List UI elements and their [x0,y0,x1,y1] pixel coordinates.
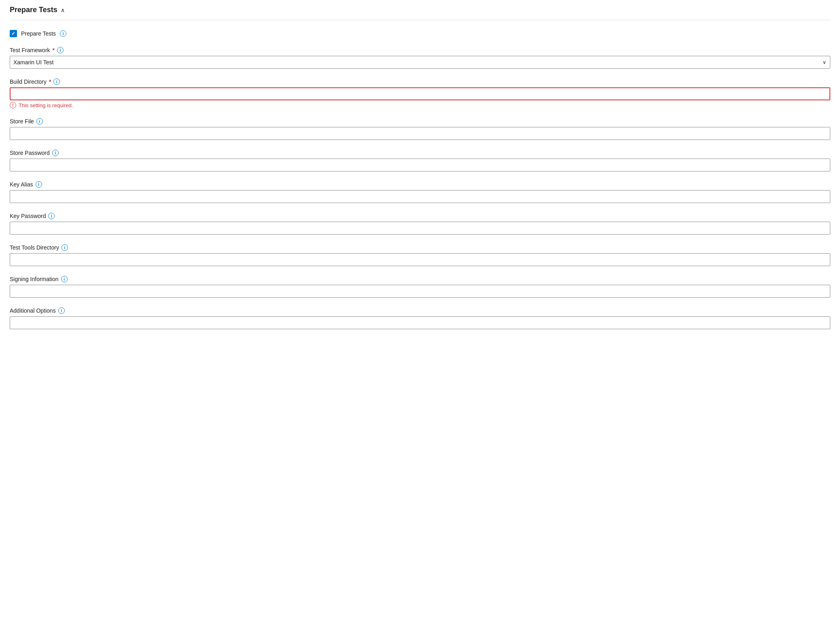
signing-information-input[interactable] [10,285,830,298]
additional-options-label-text: Additional Options [10,307,56,314]
store-file-info-icon[interactable]: i [36,118,43,125]
signing-information-label: Signing Information i [10,276,830,282]
test-framework-select-wrapper: Xamarin UI Test Appium Espresso XCUITest… [10,56,830,69]
page-container: Prepare Tests ∧ Prepare Tests i Test Fra… [0,0,840,618]
prepare-tests-checkbox[interactable] [10,30,17,37]
checkbox-info-icon[interactable]: i [60,30,66,37]
store-password-input[interactable] [10,159,830,171]
build-directory-field-group: Build Directory * i ! This setting is re… [10,78,830,108]
test-framework-field-group: Test Framework * i Xamarin UI Test Appiu… [10,47,830,69]
key-password-label: Key Password i [10,213,830,219]
test-tools-directory-input[interactable] [10,253,830,266]
additional-options-label: Additional Options i [10,307,830,314]
key-alias-label: Key Alias i [10,181,830,188]
key-password-input[interactable] [10,222,830,235]
test-framework-info-icon[interactable]: i [57,47,64,53]
additional-options-field-group: Additional Options i [10,307,830,329]
test-framework-label-text: Test Framework [10,47,50,53]
build-directory-label-text: Build Directory [10,78,47,85]
store-password-field-group: Store Password i [10,150,830,171]
signing-information-field-group: Signing Information i [10,276,830,298]
prepare-tests-checkbox-row: Prepare Tests i [10,30,830,37]
build-directory-error-text: This setting is required. [19,102,73,108]
additional-options-input[interactable] [10,316,830,329]
build-directory-label: Build Directory * i [10,78,830,85]
store-file-label-text: Store File [10,118,34,125]
test-framework-required-star: * [53,47,55,53]
store-file-label: Store File i [10,118,830,125]
key-alias-label-text: Key Alias [10,181,33,188]
test-tools-directory-field-group: Test Tools Directory i [10,244,830,266]
store-password-info-icon[interactable]: i [52,150,59,156]
key-alias-field-group: Key Alias i [10,181,830,203]
key-password-field-group: Key Password i [10,213,830,235]
signing-information-info-icon[interactable]: i [61,276,68,282]
key-alias-input[interactable] [10,190,830,203]
build-directory-info-icon[interactable]: i [53,78,60,85]
store-password-label: Store Password i [10,150,830,156]
build-directory-required-star: * [49,78,51,85]
test-framework-select[interactable]: Xamarin UI Test Appium Espresso XCUITest [10,56,830,69]
additional-options-info-icon[interactable]: i [58,307,65,314]
checkbox-label: Prepare Tests [21,30,56,37]
store-file-input[interactable] [10,127,830,140]
build-directory-input[interactable] [10,87,830,100]
store-password-label-text: Store Password [10,150,50,156]
section-header[interactable]: Prepare Tests ∧ [10,0,830,20]
signing-information-label-text: Signing Information [10,276,59,282]
key-alias-info-icon[interactable]: i [36,181,42,188]
build-directory-error-icon: ! [10,102,16,108]
build-directory-error-message: ! This setting is required. [10,102,830,108]
section-chevron-icon: ∧ [61,7,65,13]
test-tools-directory-label: Test Tools Directory i [10,244,830,251]
test-framework-label: Test Framework * i [10,47,830,53]
key-password-label-text: Key Password [10,213,46,219]
test-tools-directory-label-text: Test Tools Directory [10,244,59,251]
section-title: Prepare Tests [10,6,57,14]
test-tools-directory-info-icon[interactable]: i [62,244,68,251]
store-file-field-group: Store File i [10,118,830,140]
key-password-info-icon[interactable]: i [48,213,55,219]
